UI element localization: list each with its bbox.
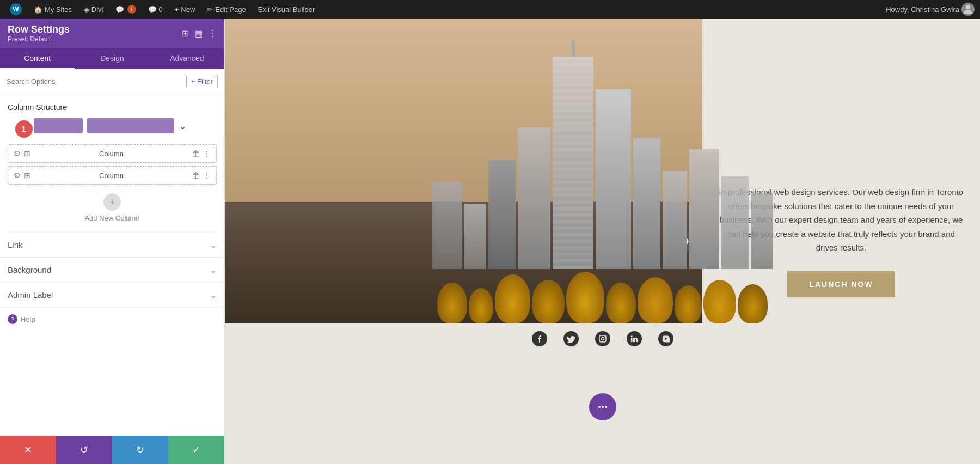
add-new-column-label: Add New Column [84, 214, 139, 222]
tab-advanced[interactable]: Advanced [150, 48, 224, 69]
linkedin-icon[interactable] [627, 331, 642, 346]
column-copy-icon[interactable]: ⊞ [24, 149, 30, 158]
wp-logo-button[interactable]: W [5, 0, 26, 19]
column-structure-title: Column Structure [8, 103, 217, 112]
tree-9 [703, 280, 736, 323]
more-options-icon[interactable]: ⋮ [208, 28, 217, 39]
admin-bar: W 🏠 My Sites ◈ Divi 💬 1 💬 0 + New ✏ Edit… [0, 0, 980, 19]
tree-row [225, 264, 980, 323]
instagram-icon[interactable] [595, 331, 610, 346]
building-10 [751, 193, 773, 269]
panel-title: Row Settings [8, 24, 70, 35]
main-tower [553, 57, 593, 269]
save-button[interactable]: ✓ [168, 436, 224, 464]
expand-icon[interactable]: ⊞ [182, 28, 189, 39]
tab-content[interactable]: Content [0, 48, 75, 69]
tree-6 [606, 283, 636, 323]
background-arrow-icon: ⌄ [210, 266, 217, 274]
tab-design[interactable]: Design [75, 48, 149, 69]
help-circle-icon: ? [8, 314, 17, 324]
background-label: Background [8, 265, 51, 274]
bottom-action-bar: ✕ ↺ ↻ ✓ [0, 436, 224, 464]
column-row-2[interactable]: ⚙ ⊞ Column 🗑 ⋮ [8, 166, 217, 185]
divi-button[interactable]: ◈ Divi [79, 0, 108, 19]
link-label: Link [8, 240, 23, 249]
column-structure-options: ⌄ [34, 118, 187, 133]
column-2-more-icon[interactable]: ⋮ [203, 171, 211, 180]
twitter-icon[interactable] [564, 331, 579, 346]
new-button[interactable]: + New [170, 0, 200, 19]
panel-search-bar: + Filter [0, 69, 224, 94]
building-4 [518, 127, 550, 269]
structure-badge: 1 [15, 120, 33, 138]
tree-4 [532, 280, 565, 323]
column-1-delete-icon[interactable]: 🗑 [192, 149, 200, 158]
help-label: Help [21, 315, 35, 323]
column-row-1[interactable]: ⚙ ⊞ Column 🗑 ⋮ [8, 144, 217, 163]
undo-button[interactable]: ↺ [56, 436, 112, 464]
filter-label: Filter [197, 77, 213, 86]
main-content: Row Settings Preset: Default ⊞ ▦ ⋮ Conte… [0, 19, 980, 464]
plus-icon: + [175, 5, 179, 14]
redo-button[interactable]: ↻ [112, 436, 168, 464]
column-option-2[interactable] [87, 118, 174, 133]
tree-8 [675, 285, 702, 323]
admin-label-accordion[interactable]: Admin Label ⌄ [0, 283, 224, 308]
link-arrow-icon: ⌄ [210, 241, 217, 249]
panel-title-group: Row Settings Preset: Default [8, 24, 70, 43]
exit-builder-label: Exit Visual Builder [258, 5, 315, 14]
facebook-icon[interactable] [532, 331, 547, 346]
column-1-more-icon[interactable]: ⋮ [203, 149, 211, 158]
column-select-arrow[interactable]: ⌄ [179, 120, 187, 132]
svg-rect-1 [599, 335, 606, 342]
city-image-section [225, 19, 980, 323]
add-circle-icon: + [103, 193, 121, 211]
column-2-label: Column [30, 172, 192, 180]
edit-page-label: Edit Page [215, 5, 246, 14]
exit-builder-button[interactable]: Exit Visual Builder [254, 0, 320, 19]
my-sites-button[interactable]: 🏠 My Sites [29, 0, 76, 19]
column-1-icons: ⚙ ⊞ [14, 149, 30, 158]
message-icon: 💬 [148, 5, 157, 14]
building-6 [633, 138, 660, 269]
svg-point-5 [630, 335, 632, 337]
building-3 [488, 160, 516, 269]
column-option-1[interactable] [34, 118, 83, 133]
cancel-button[interactable]: ✕ [0, 436, 56, 464]
user-avatar[interactable] [961, 3, 975, 16]
svg-point-7 [602, 406, 604, 408]
svg-point-6 [598, 406, 601, 408]
column-structure-section: Column Structure 1 ⌄ ⚙ ⊞ Column 🗑 ⋮ [0, 94, 224, 232]
edit-page-button[interactable]: ✏ Edit Page [203, 0, 250, 19]
tree-1 [437, 283, 467, 323]
svg-point-2 [601, 338, 604, 340]
floating-dots-button[interactable] [589, 393, 616, 420]
edit-icon: ✏ [207, 5, 213, 14]
panel-preset[interactable]: Preset: Default [8, 35, 70, 43]
search-options-input[interactable] [7, 77, 182, 86]
wordpress-icon: W [10, 3, 22, 15]
my-sites-label: My Sites [45, 5, 72, 14]
filter-button[interactable]: + Filter [186, 75, 218, 88]
link-accordion[interactable]: Link ⌄ [0, 233, 224, 258]
column-2-copy-icon[interactable]: ⊞ [24, 171, 30, 180]
add-new-column-button[interactable]: + Add New Column [8, 188, 217, 228]
column-2-settings-icon[interactable]: ⚙ [14, 171, 21, 180]
building-1 [432, 182, 462, 269]
column-structure-row: 1 ⌄ [8, 118, 217, 140]
building-2 [464, 204, 486, 269]
building-9 [721, 176, 749, 269]
column-settings-icon[interactable]: ⚙ [14, 149, 21, 158]
svg-point-3 [604, 337, 605, 338]
panel-header-icons: ⊞ ▦ ⋮ [182, 28, 217, 39]
comments-button[interactable]: 💬 1 [111, 0, 140, 19]
help-button[interactable]: ? Help [0, 308, 224, 331]
background-accordion[interactable]: Background ⌄ [0, 258, 224, 283]
tower-glass [553, 57, 593, 269]
grid-icon[interactable]: ▦ [194, 28, 203, 39]
youtube-icon[interactable] [658, 331, 673, 346]
tree-3 [495, 274, 530, 323]
column-2-delete-icon[interactable]: 🗑 [192, 171, 200, 180]
messages-button[interactable]: 💬 0 [144, 0, 167, 19]
tower-spire [572, 40, 575, 57]
